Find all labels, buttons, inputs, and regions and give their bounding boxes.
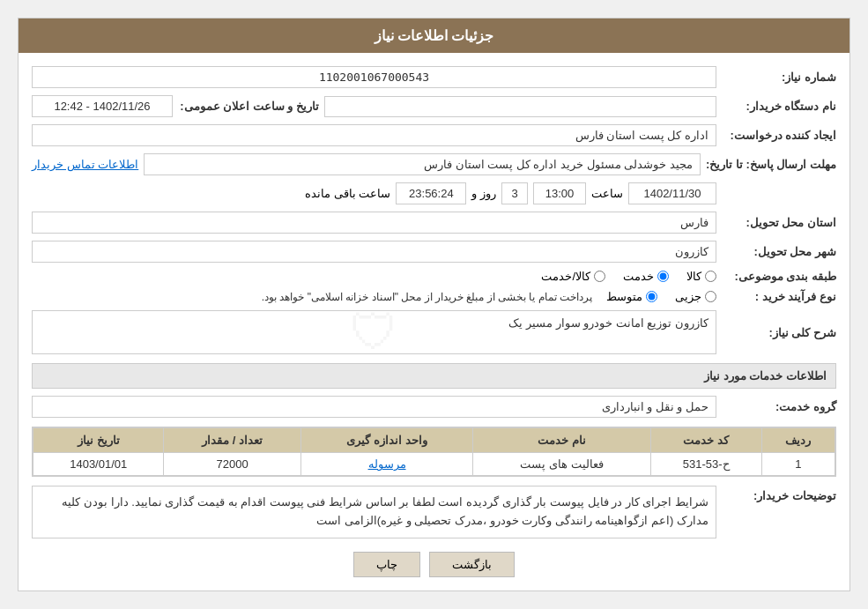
responsible-label: مهلت ارسال پاسخ: تا تاریخ: [706, 158, 836, 171]
buttons-row: بازگشت چاپ [32, 552, 836, 577]
service-group-value: حمل و نقل و انبارداری [32, 396, 716, 418]
cell-service-name: فعالیت های پست [473, 453, 650, 476]
cell-quantity: 72000 [164, 453, 300, 476]
category-radio-kala[interactable] [705, 271, 716, 282]
purchase-type-label-motavaset: متوسط [606, 290, 642, 303]
category-label-kala-khedmat: کالا/خدمت [541, 270, 590, 283]
buyer-notes-label: توضیحات خریدار: [722, 486, 836, 502]
deadline-time-label: ساعت [591, 187, 623, 200]
need-number-value: 1102001067000543 [32, 66, 716, 88]
description-value: کازرون توزیع امانت خودرو سوار مسیر یک [32, 310, 716, 354]
category-option-khedmat[interactable]: خدمت [623, 270, 669, 283]
date-value: 1402/11/26 - 12:42 [32, 95, 173, 117]
category-label-kala: کالا [686, 270, 701, 283]
description-row: شرح کلی نیاز: 🛡 کازرون توزیع امانت خودرو… [32, 310, 836, 354]
category-label: طبقه بندی موضوعی: [722, 270, 836, 283]
purchase-type-note: پرداخت تمام یا بخشی از مبلغ خریدار از مح… [262, 291, 592, 303]
category-label-khedmat: خدمت [623, 270, 654, 283]
purchase-org-value [324, 96, 716, 117]
services-table: ردیف کد خدمت نام خدمت واحد اندازه گیری ت… [33, 427, 835, 476]
category-option-kala[interactable]: کالا [686, 270, 716, 283]
col-header-service-name: نام خدمت [473, 428, 650, 453]
service-group-row: گروه خدمت: حمل و نقل و انبارداری [32, 396, 836, 418]
table-row: 1 ح-53-531 فعالیت های پست مرسوله 72000 1… [33, 453, 835, 476]
purchase-org-date-row: نام دستگاه خریدار: تاریخ و ساعت اعلان عم… [32, 95, 836, 117]
province-row: استان محل تحویل: فارس [32, 212, 836, 234]
creator-label: ایجاد کننده درخواست: [722, 129, 836, 142]
col-header-row-num: ردیف [761, 428, 835, 453]
purchase-type-jozi[interactable]: جزیی [675, 290, 716, 303]
creator-row: ایجاد کننده درخواست: اداره کل پست استان … [32, 124, 836, 146]
col-header-service-code: کد خدمت [650, 428, 761, 453]
page-title: جزئیات اطلاعات نیاز [375, 28, 494, 43]
need-number-row: شماره نیاز: 1102001067000543 [32, 66, 836, 88]
col-header-unit: واحد اندازه گیری [300, 428, 473, 453]
deadline-remaining: 23:56:24 [396, 182, 466, 204]
category-radio-kala-khedmat[interactable] [594, 271, 605, 282]
purchase-type-radio-jozi[interactable] [705, 291, 716, 302]
date-label: تاریخ و ساعت اعلان عمومی: [178, 100, 319, 113]
cell-date: 1403/01/01 [33, 453, 164, 476]
purchase-org-label: نام دستگاه خریدار: [722, 100, 836, 113]
purchase-type-label: نوع فرآیند خرید : [722, 290, 836, 303]
page-header: جزئیات اطلاعات نیاز [19, 19, 849, 53]
need-number-label: شماره نیاز: [722, 71, 836, 84]
city-label: شهر محل تحویل: [722, 245, 836, 258]
content-area: شماره نیاز: 1102001067000543 نام دستگاه … [19, 53, 849, 590]
deadline-time: 13:00 [533, 182, 586, 204]
services-table-container: ردیف کد خدمت نام خدمت واحد اندازه گیری ت… [32, 427, 836, 477]
service-group-label: گروه خدمت: [722, 400, 836, 413]
category-option-kala-khedmat[interactable]: کالا/خدمت [541, 270, 605, 283]
col-header-quantity: تعداد / مقدار [164, 428, 300, 453]
purchase-type-label-jozi: جزیی [675, 290, 701, 303]
page-container: جزئیات اطلاعات نیاز شماره نیاز: 11020010… [18, 18, 850, 591]
buyer-notes-value: شرایط اجرای کار در فایل پیوست بار گذاری … [32, 486, 716, 538]
category-radio-group: کالا خدمت کالا/خدمت [541, 270, 716, 283]
deadline-days-label: روز و [471, 187, 496, 200]
city-row: شهر محل تحویل: کازرون [32, 241, 836, 263]
category-radio-khedmat[interactable] [657, 271, 669, 282]
description-container: 🛡 کازرون توزیع امانت خودرو سوار مسیر یک [32, 310, 716, 354]
deadline-row: 1402/11/30 ساعت 13:00 3 روز و 23:56:24 س… [32, 182, 836, 204]
cell-row-num: 1 [761, 453, 835, 476]
responsible-row: مهلت ارسال پاسخ: تا تاریخ: مجید خوشدلی م… [32, 153, 836, 175]
deadline-date: 1402/11/30 [628, 182, 716, 204]
contact-link[interactable]: اطلاعات تماس خریدار [32, 158, 138, 171]
purchase-type-row: نوع فرآیند خرید : جزیی متوسط پرداخت تمام… [32, 290, 836, 303]
print-button[interactable]: چاپ [353, 552, 420, 577]
deadline-days: 3 [501, 182, 528, 204]
province-value: فارس [32, 212, 716, 234]
services-header: اطلاعات خدمات مورد نیاز [32, 363, 836, 389]
cell-unit[interactable]: مرسوله [300, 453, 473, 476]
cell-service-code: ح-53-531 [650, 453, 761, 476]
table-header-row: ردیف کد خدمت نام خدمت واحد اندازه گیری ت… [33, 428, 835, 453]
purchase-type-radio-motavaset[interactable] [646, 291, 657, 302]
province-label: استان محل تحویل: [722, 216, 836, 229]
description-label: شرح کلی نیاز: [722, 326, 836, 339]
responsible-name: مجید خوشدلی مسئول خرید اداره کل پست استا… [144, 153, 701, 175]
creator-value: اداره کل پست استان فارس [32, 124, 716, 146]
city-value: کازرون [32, 241, 716, 263]
buyer-notes-row: توضیحات خریدار: شرایط اجرای کار در فایل … [32, 486, 836, 538]
col-header-date: تاریخ نیاز [33, 428, 164, 453]
back-button[interactable]: بازگشت [429, 552, 515, 577]
category-row: طبقه بندی موضوعی: کالا خدمت کالا/خدمت [32, 270, 836, 283]
buyer-notes-container: شرایط اجرای کار در فایل پیوست بار گذاری … [32, 486, 716, 538]
purchase-type-motavaset[interactable]: متوسط [606, 290, 657, 303]
purchase-type-radio-group: جزیی متوسط [606, 290, 716, 303]
deadline-remaining-label: ساعت باقی مانده [305, 187, 390, 200]
